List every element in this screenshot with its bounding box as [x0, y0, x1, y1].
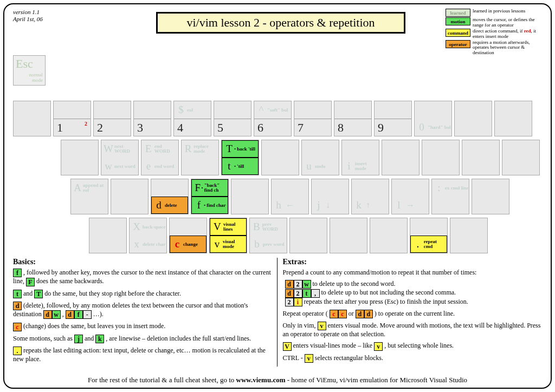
key-j: j↓	[311, 179, 349, 214]
key-7: 7	[294, 101, 332, 136]
key-f: F•"back" find ch f•find char	[191, 179, 229, 214]
key-s	[111, 179, 149, 214]
keyboard-row-3: Aappend at eol ddelete F•"back" find ch …	[70, 179, 509, 214]
legend: learned learned in previous lessons moti…	[446, 9, 543, 56]
page-title: vi/vim lesson 2 - operators & repetition	[156, 12, 405, 34]
keyboard-row-2: Wnext WORD wnext word Eend WORD eend wor…	[61, 140, 540, 175]
esc-label: Esc	[14, 56, 45, 72]
legend-text-operator: requires a motion afterwards, operates b…	[473, 40, 543, 56]
chip-f: f	[13, 269, 22, 277]
extras-heading: Extras:	[283, 258, 543, 266]
key-k: k↑	[351, 179, 389, 214]
version-block: version 1.1 April 1st, 06	[13, 9, 43, 23]
key-y	[261, 140, 299, 175]
key-dot: .repeat cmd	[410, 218, 448, 253]
keyboard-row-4: Xback-space xdelete char cchange Vvisual…	[89, 218, 488, 253]
key-b: Bprev WORD bprev word	[249, 218, 287, 253]
key-5: 5	[214, 101, 251, 136]
chip-t: t	[13, 290, 22, 298]
key-x: Xback-space xdelete char	[129, 218, 167, 253]
version-line: version 1.1	[13, 9, 43, 16]
page: version 1.1 April 1st, 06 vi/vim lesson …	[3, 3, 552, 389]
key-a: Aappend at eol	[70, 179, 108, 214]
extras-column: Extras: Prepend a count to any command/m…	[277, 258, 543, 367]
arrow-right-icon: →	[406, 200, 415, 210]
key-dash	[454, 101, 492, 136]
key-4: $eol 4	[173, 101, 211, 136]
key-semicolon: :ex cmd line	[431, 179, 469, 214]
key-g	[231, 179, 269, 214]
key-9: 9	[374, 101, 412, 136]
key-q	[61, 140, 99, 175]
key-8: 8	[334, 101, 372, 136]
info-columns: Basics: f , followed by another key, mov…	[13, 258, 542, 367]
footer: For the rest of the tutorial & a full ch…	[4, 376, 551, 384]
chip-j: j	[74, 335, 83, 343]
key-n	[289, 218, 327, 253]
legend-swatch-command: command	[446, 29, 470, 37]
arrow-down-icon: ↓	[326, 200, 330, 210]
arrow-left-icon: ←	[286, 200, 294, 210]
key-bracket-r	[502, 140, 540, 175]
key-v: Vvisual lines vvisual mode	[209, 218, 247, 253]
key-o	[382, 140, 420, 175]
keyboard-row-1: 1 2 2 3 $eol 4 5 ^"soft" bol 6 7 8 9 0"h…	[13, 101, 532, 136]
basics-column: Basics: f , followed by another key, mov…	[13, 258, 273, 367]
arrow-up-icon: ↑	[366, 200, 370, 210]
key-r: Rreplace mode	[181, 140, 219, 175]
key-2: 2	[93, 101, 131, 136]
key-equals	[494, 101, 532, 136]
legend-text-command: direct action command, if red, it enters…	[473, 29, 543, 40]
chip-d: d	[13, 302, 22, 310]
legend-swatch-operator: operator	[446, 40, 470, 48]
key-c: cchange	[169, 218, 207, 253]
key-3: 3	[133, 101, 171, 136]
chip-dot: .	[13, 347, 22, 355]
date-line: April 1st, 06	[13, 16, 43, 23]
chip-T: T	[34, 290, 43, 298]
key-u: uundo	[301, 140, 339, 175]
key-w: Wnext WORD wnext word	[101, 140, 139, 175]
key-bracket-l	[462, 140, 500, 175]
key-p	[422, 140, 460, 175]
key-d: ddelete	[151, 179, 189, 214]
key-l: l→	[391, 179, 429, 214]
legend-swatch-motion: motion	[446, 17, 470, 25]
key-h: h←	[271, 179, 309, 214]
key-m	[330, 218, 367, 253]
key-6: ^"soft" bol 6	[254, 101, 292, 136]
key-z	[89, 218, 127, 253]
key-1: 1 2	[53, 101, 91, 136]
esc-key: Esc normal mode	[13, 55, 46, 86]
basics-heading: Basics:	[13, 258, 273, 266]
key-quote	[472, 179, 509, 214]
esc-sub1: normal	[14, 72, 45, 77]
legend-text-learned: learned in previous lessons	[473, 9, 525, 14]
key-comma	[370, 218, 408, 253]
chip-F: F	[26, 278, 35, 286]
key-e: Eend WORD eend word	[141, 140, 179, 175]
chip-c: c	[13, 323, 22, 331]
chip-k: k	[95, 335, 104, 343]
legend-swatch-learned: learned	[446, 9, 470, 17]
key-0: 0"hard" bol	[414, 101, 452, 136]
key-t: T•back 'till t•'till	[221, 140, 259, 175]
key-tilde	[13, 101, 51, 136]
legend-text-motion: moves the cursor, or defines the range f…	[473, 17, 543, 28]
esc-sub2: mode	[14, 77, 45, 83]
key-slash	[450, 218, 488, 253]
key-i: iinsert mode	[341, 140, 379, 175]
